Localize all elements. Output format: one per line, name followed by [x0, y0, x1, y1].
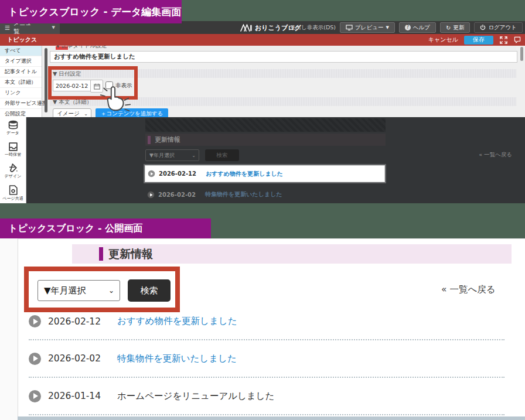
preview-row-date: 2026-02-12 [159, 170, 196, 177]
help-button[interactable]: ? ヘルプ [399, 22, 436, 33]
help-icon: ? [405, 25, 411, 30]
screenshot-canvas: ☰ メニュー一覧 ▼ おりこうブログ 見出し非表示(DS) [0, 0, 525, 420]
caret-down-icon: ▼ [52, 25, 55, 30]
dimmed-preview-panel: 更新情報 ▼年月選択 ⌄ 検索 « 一覧へ戻る 2026-02-12 おすすめ物… [26, 117, 525, 203]
cancel-button[interactable]: キャンセル [428, 36, 458, 44]
news-title-link[interactable]: 特集物件を更新いたしました [117, 353, 237, 365]
block-title: トピックス [7, 34, 37, 46]
tray-icon [8, 142, 18, 151]
news-date: 2026-02-02 [48, 353, 103, 364]
fullscreen-icon[interactable] [499, 36, 507, 44]
logout-label: ログアウト [488, 24, 517, 32]
rail-item-design[interactable]: デザイン [0, 161, 26, 182]
heading-accent-bar [148, 136, 151, 144]
help-label: ヘルプ [413, 24, 430, 32]
news-date: 2026-02-12 [48, 316, 103, 327]
action-bar-right: キャンセル 保存 [428, 34, 521, 46]
article-title-input[interactable] [50, 51, 517, 63]
sidebar-item-link[interactable]: リンク [0, 88, 42, 98]
article-title-section-header[interactable]: ▼ 記事タイトル設定 [50, 46, 516, 50]
sidebar-item-type[interactable]: タイプ選択 [0, 56, 42, 67]
feedback-bubble-icon[interactable] [513, 36, 521, 44]
preview-row-link[interactable]: おすすめ物件を更新しました [206, 170, 283, 178]
rail-item-temp-storage[interactable]: 一時保管 [0, 139, 26, 161]
play-icon [29, 390, 41, 402]
preview-heading-banner: 更新情報 [145, 134, 386, 146]
chevron-down-icon: ⌄ [192, 153, 196, 158]
play-icon [148, 191, 155, 198]
section-badge-public: トピックスブロック - 公開画面 [0, 218, 211, 238]
edit-sidebar: すべて タイプ選択 記事タイトル 本文（詳細） リンク 外部サービス連携 公開設… [0, 46, 42, 117]
preview-row-dimmed[interactable]: 2026-02-02 特集物件を更新いたしました [145, 187, 385, 202]
action-bar: トピックス キャンセル 保存 [0, 34, 525, 46]
public-screen: 更新情報 ▼年月選択 ⌄ 検索 « 一覧へ戻る 2026-02-12 おすすめ物… [18, 238, 525, 420]
module-rail: データ 一時保管 デザイン [0, 117, 26, 203]
rail-item-page-common[interactable]: ページ共通 [0, 182, 26, 203]
heading-accent-bar [99, 247, 103, 261]
preview-heading: 更新情報 [155, 135, 180, 144]
news-heading-banner: 更新情報 [72, 244, 512, 264]
paint-bucket-icon [8, 163, 18, 173]
heading-hide-toggle[interactable]: 見出し非表示(DS) [290, 24, 336, 32]
news-heading: 更新情報 [108, 247, 153, 262]
preview-search-button[interactable]: 検索 [205, 149, 239, 161]
rail-label-page-common: ページ共通 [2, 196, 23, 202]
page-left-margin [0, 238, 18, 420]
rail-label-temp-storage: 一時保管 [5, 152, 21, 158]
logout-button[interactable]: ログアウト [474, 22, 523, 33]
orikou-logo-icon [240, 24, 252, 32]
hand-cursor-icon [100, 86, 131, 117]
save-button[interactable]: 保存 [464, 36, 493, 45]
rail-item-data[interactable]: データ [0, 117, 26, 139]
preview-back-link[interactable]: « 一覧へ戻る [479, 151, 512, 159]
edit-screen: ☰ メニュー一覧 ▼ おりこうブログ 見出し非表示(DS) [0, 21, 525, 203]
play-icon [29, 315, 41, 327]
page-bottom-strip [18, 416, 525, 420]
caret-down-icon: ▼ [386, 25, 388, 30]
preview-row-highlighted[interactable]: 2026-02-12 おすすめ物件を更新しました [145, 165, 385, 182]
annotation-box-search [24, 267, 180, 312]
power-icon [480, 25, 486, 30]
refresh-icon: ↻ [446, 25, 451, 31]
back-to-list-link[interactable]: « 一覧へ戻る [441, 284, 496, 296]
right-scrollbar[interactable] [520, 47, 523, 61]
preview-month-select[interactable]: ▼年月選択 ⌄ [145, 149, 199, 161]
sidebar-item-article-title[interactable]: 記事タイトル [0, 67, 42, 77]
preview-label: プレビュー [355, 24, 383, 32]
play-icon [148, 170, 155, 177]
preview-row-link[interactable]: 特集物件を更新いたしました [205, 190, 282, 199]
article-title-header-label: ▼ 記事タイトル設定 [53, 46, 516, 50]
news-title-text: ホームページをリニューアルしました [117, 390, 275, 402]
rail-label-design: デザイン [5, 173, 22, 179]
database-icon [8, 120, 18, 129]
preview-button[interactable]: プレビュー ▼ [340, 22, 395, 33]
news-date: 2026-01-14 [48, 391, 103, 401]
monitor-icon [346, 25, 353, 30]
sidebar-item-all[interactable]: すべて [0, 46, 42, 56]
preview-month-select-value: ▼年月選択 [149, 152, 175, 159]
refresh-label: 更新 [453, 24, 464, 32]
page-gear-icon [9, 185, 18, 195]
sidebar-item-body[interactable]: 本文（詳細） [0, 77, 42, 88]
news-row: 2026-01-14 ホームページをリニューアルしました [29, 378, 504, 415]
rail-label-data: データ [6, 130, 19, 136]
news-title-link[interactable]: おすすめ物件を更新しました [117, 315, 237, 327]
chevron-down-icon: ⌄ [84, 111, 88, 117]
play-icon [29, 353, 41, 365]
sidebar-item-external-service[interactable]: 外部サービス連携 [0, 98, 42, 109]
section-badge-edit: トピックスブロック - データ編集画面 [0, 0, 182, 23]
preview-image-band [145, 118, 386, 132]
news-row: 2026-02-02 特集物件を更新いたしました [29, 340, 504, 378]
hamburger-icon: ☰ [5, 25, 10, 31]
content-scrollbar[interactable] [45, 48, 47, 112]
refresh-button[interactable]: ↻ 更新 [440, 22, 470, 33]
toolbar-right-group: 見出し非表示(DS) プレビュー ▼ ? ヘルプ ↻ 更新 [290, 21, 523, 34]
preview-row-date: 2026-02-02 [158, 192, 196, 198]
